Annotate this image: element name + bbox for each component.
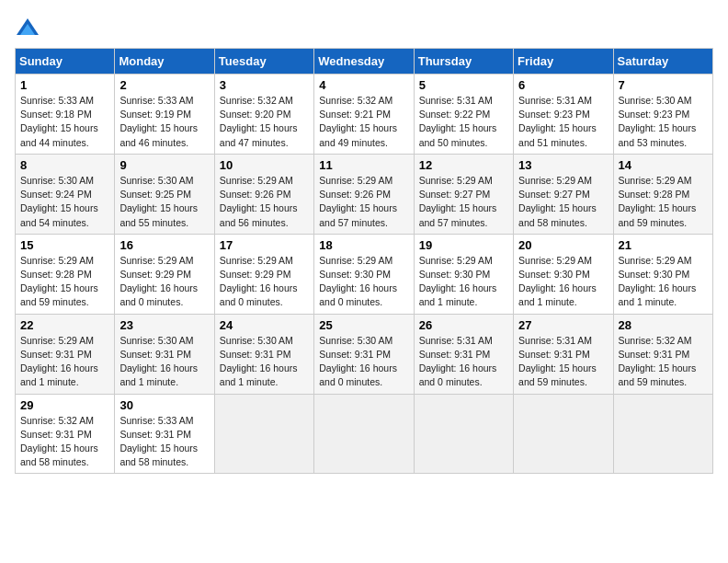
day-number: 10	[220, 158, 309, 172]
day-info: Sunrise: 5:29 AM Sunset: 9:26 PM Dayligh…	[319, 174, 408, 230]
day-info: Sunrise: 5:32 AM Sunset: 9:20 PM Dayligh…	[220, 94, 309, 150]
table-row: 12 Sunrise: 5:29 AM Sunset: 9:27 PM Dayl…	[414, 154, 513, 234]
table-row: 4 Sunrise: 5:32 AM Sunset: 9:21 PM Dayli…	[314, 75, 414, 155]
day-number: 27	[518, 318, 608, 332]
header-sunday: Sunday	[16, 49, 115, 75]
header-friday: Friday	[514, 49, 613, 75]
day-number: 5	[419, 78, 508, 92]
day-info: Sunrise: 5:32 AM Sunset: 9:31 PM Dayligh…	[619, 334, 708, 390]
day-number: 18	[319, 238, 408, 252]
header-tuesday: Tuesday	[214, 49, 313, 75]
day-info: Sunrise: 5:29 AM Sunset: 9:30 PM Dayligh…	[319, 254, 408, 310]
table-row: 22 Sunrise: 5:29 AM Sunset: 9:31 PM Dayl…	[16, 314, 115, 394]
day-info: Sunrise: 5:29 AM Sunset: 9:29 PM Dayligh…	[119, 254, 209, 310]
header-saturday: Saturday	[613, 49, 712, 75]
table-row: 21 Sunrise: 5:29 AM Sunset: 9:30 PM Dayl…	[613, 234, 712, 314]
day-number: 22	[20, 318, 109, 332]
table-row	[214, 394, 313, 474]
day-number: 25	[319, 318, 408, 332]
day-info: Sunrise: 5:31 AM Sunset: 9:22 PM Dayligh…	[419, 94, 508, 150]
day-number: 24	[220, 318, 309, 332]
day-info: Sunrise: 5:29 AM Sunset: 9:28 PM Dayligh…	[20, 254, 109, 310]
table-row: 10 Sunrise: 5:29 AM Sunset: 9:26 PM Dayl…	[214, 154, 313, 234]
table-row: 30 Sunrise: 5:33 AM Sunset: 9:31 PM Dayl…	[115, 394, 214, 474]
table-row: 11 Sunrise: 5:29 AM Sunset: 9:26 PM Dayl…	[314, 154, 414, 234]
day-number: 12	[419, 158, 508, 172]
day-info: Sunrise: 5:30 AM Sunset: 9:31 PM Dayligh…	[319, 334, 408, 390]
day-info: Sunrise: 5:29 AM Sunset: 9:31 PM Dayligh…	[20, 334, 109, 390]
calendar-row: 22 Sunrise: 5:29 AM Sunset: 9:31 PM Dayl…	[16, 314, 713, 394]
day-info: Sunrise: 5:29 AM Sunset: 9:27 PM Dayligh…	[419, 174, 508, 230]
calendar-row: 29 Sunrise: 5:32 AM Sunset: 9:31 PM Dayl…	[16, 394, 713, 474]
table-row: 3 Sunrise: 5:32 AM Sunset: 9:20 PM Dayli…	[214, 75, 313, 155]
day-number: 6	[518, 78, 608, 92]
day-info: Sunrise: 5:33 AM Sunset: 9:19 PM Dayligh…	[119, 94, 209, 150]
day-number: 23	[119, 318, 209, 332]
day-number: 21	[619, 238, 708, 252]
day-info: Sunrise: 5:31 AM Sunset: 9:31 PM Dayligh…	[518, 334, 608, 390]
weekday-header-row: Sunday Monday Tuesday Wednesday Thursday…	[16, 49, 713, 75]
calendar-table: Sunday Monday Tuesday Wednesday Thursday…	[15, 48, 713, 474]
header-wednesday: Wednesday	[314, 49, 414, 75]
calendar-row: 15 Sunrise: 5:29 AM Sunset: 9:28 PM Dayl…	[16, 234, 713, 314]
header-monday: Monday	[115, 49, 214, 75]
calendar-row: 1 Sunrise: 5:33 AM Sunset: 9:18 PM Dayli…	[16, 75, 713, 155]
table-row: 27 Sunrise: 5:31 AM Sunset: 9:31 PM Dayl…	[514, 314, 613, 394]
calendar-row: 8 Sunrise: 5:30 AM Sunset: 9:24 PM Dayli…	[16, 154, 713, 234]
day-number: 16	[119, 238, 209, 252]
table-row: 7 Sunrise: 5:30 AM Sunset: 9:23 PM Dayli…	[613, 75, 712, 155]
day-number: 2	[119, 78, 209, 92]
day-info: Sunrise: 5:33 AM Sunset: 9:18 PM Dayligh…	[20, 94, 109, 150]
table-row: 5 Sunrise: 5:31 AM Sunset: 9:22 PM Dayli…	[414, 75, 513, 155]
table-row: 24 Sunrise: 5:30 AM Sunset: 9:31 PM Dayl…	[214, 314, 313, 394]
table-row: 20 Sunrise: 5:29 AM Sunset: 9:30 PM Dayl…	[514, 234, 613, 314]
day-number: 11	[319, 158, 408, 172]
day-number: 9	[119, 158, 209, 172]
day-number: 15	[20, 238, 109, 252]
day-info: Sunrise: 5:29 AM Sunset: 9:27 PM Dayligh…	[518, 174, 608, 230]
logo-icon	[15, 15, 40, 40]
day-number: 17	[220, 238, 309, 252]
table-row	[414, 394, 513, 474]
day-number: 3	[220, 78, 309, 92]
day-info: Sunrise: 5:31 AM Sunset: 9:31 PM Dayligh…	[419, 334, 508, 390]
day-number: 26	[419, 318, 508, 332]
table-row: 18 Sunrise: 5:29 AM Sunset: 9:30 PM Dayl…	[314, 234, 414, 314]
day-number: 28	[619, 318, 708, 332]
table-row: 25 Sunrise: 5:30 AM Sunset: 9:31 PM Dayl…	[314, 314, 414, 394]
day-info: Sunrise: 5:32 AM Sunset: 9:31 PM Dayligh…	[20, 414, 109, 470]
day-info: Sunrise: 5:30 AM Sunset: 9:31 PM Dayligh…	[119, 334, 209, 390]
table-row: 2 Sunrise: 5:33 AM Sunset: 9:19 PM Dayli…	[115, 75, 214, 155]
table-row: 1 Sunrise: 5:33 AM Sunset: 9:18 PM Dayli…	[16, 75, 115, 155]
table-row: 8 Sunrise: 5:30 AM Sunset: 9:24 PM Dayli…	[16, 154, 115, 234]
logo	[15, 15, 44, 40]
day-info: Sunrise: 5:32 AM Sunset: 9:21 PM Dayligh…	[319, 94, 408, 150]
day-number: 8	[20, 158, 109, 172]
day-info: Sunrise: 5:30 AM Sunset: 9:23 PM Dayligh…	[619, 94, 708, 150]
day-number: 4	[319, 78, 408, 92]
table-row: 19 Sunrise: 5:29 AM Sunset: 9:30 PM Dayl…	[414, 234, 513, 314]
table-row: 9 Sunrise: 5:30 AM Sunset: 9:25 PM Dayli…	[115, 154, 214, 234]
day-info: Sunrise: 5:33 AM Sunset: 9:31 PM Dayligh…	[119, 414, 209, 470]
day-number: 29	[20, 398, 109, 412]
day-number: 13	[518, 158, 608, 172]
day-number: 14	[619, 158, 708, 172]
day-info: Sunrise: 5:30 AM Sunset: 9:31 PM Dayligh…	[220, 334, 309, 390]
day-info: Sunrise: 5:29 AM Sunset: 9:28 PM Dayligh…	[619, 174, 708, 230]
table-row: 15 Sunrise: 5:29 AM Sunset: 9:28 PM Dayl…	[16, 234, 115, 314]
table-row: 17 Sunrise: 5:29 AM Sunset: 9:29 PM Dayl…	[214, 234, 313, 314]
table-row	[613, 394, 712, 474]
day-info: Sunrise: 5:30 AM Sunset: 9:25 PM Dayligh…	[119, 174, 209, 230]
day-number: 19	[419, 238, 508, 252]
table-row: 14 Sunrise: 5:29 AM Sunset: 9:28 PM Dayl…	[613, 154, 712, 234]
table-row	[314, 394, 414, 474]
day-info: Sunrise: 5:29 AM Sunset: 9:26 PM Dayligh…	[220, 174, 309, 230]
table-row: 28 Sunrise: 5:32 AM Sunset: 9:31 PM Dayl…	[613, 314, 712, 394]
day-info: Sunrise: 5:30 AM Sunset: 9:24 PM Dayligh…	[20, 174, 109, 230]
day-number: 20	[518, 238, 608, 252]
header-thursday: Thursday	[414, 49, 513, 75]
day-number: 7	[619, 78, 708, 92]
day-info: Sunrise: 5:29 AM Sunset: 9:30 PM Dayligh…	[619, 254, 708, 310]
table-row: 16 Sunrise: 5:29 AM Sunset: 9:29 PM Dayl…	[115, 234, 214, 314]
table-row: 6 Sunrise: 5:31 AM Sunset: 9:23 PM Dayli…	[514, 75, 613, 155]
